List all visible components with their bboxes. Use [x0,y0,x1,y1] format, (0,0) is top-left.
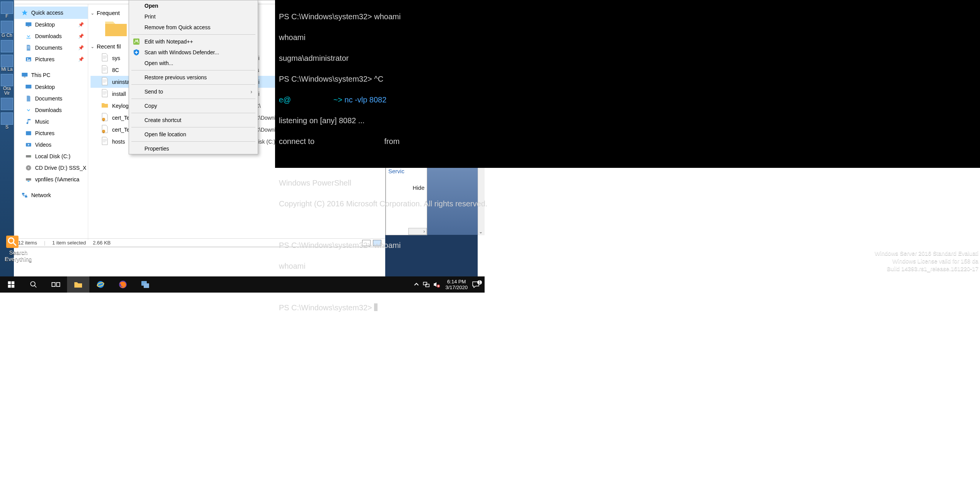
nav-documents[interactable]: Documents 📌 [14,42,88,54]
chevron-down-icon: ⌄ [91,44,94,49]
section-label: Recent fil [97,43,121,50]
context-menu-item[interactable]: Restore previous versions [129,72,258,83]
nav-label: Videos [35,142,52,148]
svg-point-18 [28,167,29,169]
context-menu-item[interactable]: Open file location [129,129,258,140]
svg-rect-36 [103,92,107,92]
context-menu-item[interactable]: Open with... [129,58,258,69]
taskbar-clock[interactable]: 6:14 PM 3/17/2020 [441,279,472,290]
context-menu-item[interactable]: Properties [129,143,258,154]
svg-rect-30 [103,68,107,68]
notification-badge: 1 [477,280,482,285]
pin-icon: 📌 [78,22,84,27]
pc-icon [21,72,28,79]
context-menu-item[interactable]: Copy [129,100,258,111]
desktop-icon[interactable] [1,98,13,110]
frequent-folder[interactable] [104,18,128,38]
nav-network[interactable]: Network [14,189,88,201]
svg-rect-45 [6,236,18,248]
music-icon [25,118,32,125]
svg-point-40 [102,130,105,133]
nav-pc-downloads[interactable]: Downloads [14,104,88,116]
nav-label: This PC [31,72,50,78]
context-menu-separator [131,141,255,142]
nav-quick-access[interactable]: Quick access [14,7,88,19]
desktop-icon-label: S [0,125,14,129]
context-menu-separator [131,34,255,35]
recent-file-name: sys [112,55,120,61]
nav-label: Downloads [35,33,62,39]
context-menu-item[interactable]: Open [129,0,258,11]
desktop-icon[interactable] [1,40,13,52]
desktop-icon[interactable] [1,55,13,67]
context-menu-item[interactable]: Scan with Windows Defender... [129,47,258,58]
svg-rect-34 [103,81,107,81]
svg-line-53 [35,286,37,288]
svg-rect-11 [26,85,32,89]
nav-pc-cddrive[interactable]: CD Drive (D:) SSS_X [14,162,88,174]
desktop-icon[interactable] [1,74,13,86]
taskbar-app[interactable] [134,276,156,293]
context-menu-separator [131,99,255,99]
network-drive-icon [25,176,32,183]
nav-pc-netdrive[interactable]: vpnfiles (\\America [14,174,88,185]
context-menu-label: Print [144,13,156,20]
context-menu-separator [131,70,255,70]
svg-rect-50 [8,285,11,288]
context-menu-label: Scan with Windows Defender... [144,49,219,55]
notifications-button[interactable]: 1 [472,276,485,293]
recent-file-name: hosts [112,139,125,145]
term-line: PS C:\Windows\system32> whoami [279,241,401,249]
context-menu: OpenPrintRemove from Quick accessEdit wi… [129,0,258,154]
nav-pc-localdisk[interactable]: Local Disk (C:) [14,151,88,162]
terminal-window[interactable]: PS C:\Windows\system32> whoami whoami su… [275,0,980,168]
svg-rect-33 [103,80,107,80]
task-view-button[interactable] [45,276,67,293]
nav-label: Desktop [35,84,55,90]
svg-rect-62 [426,284,429,287]
clock-date: 3/17/2020 [445,285,468,290]
search-everything-icon[interactable] [5,235,19,249]
tray-network-icon[interactable] [421,276,431,293]
context-menu-label: Create shortcut [144,117,181,123]
nav-downloads[interactable]: Downloads 📌 [14,30,88,42]
context-menu-item[interactable]: Print [129,11,258,22]
nav-this-pc[interactable]: This PC [14,69,88,81]
chevron-right-icon: › [250,89,252,95]
desktop-icon[interactable] [1,2,13,14]
start-button[interactable] [0,276,22,293]
nav-desktop[interactable]: Desktop 📌 [14,19,88,30]
nav-pictures[interactable]: Pictures 📌 [14,54,88,65]
search-button[interactable] [22,276,45,293]
tray-chevron-up-icon[interactable] [411,276,421,293]
svg-rect-27 [103,56,107,56]
desktop-icon[interactable] [1,112,13,125]
context-menu-separator [131,113,255,113]
nav-pc-pictures[interactable]: Pictures [14,127,88,139]
context-menu-item[interactable]: Send to› [129,86,258,97]
taskbar-ie[interactable] [89,276,112,293]
nav-label: Documents [35,45,62,51]
hide-link[interactable]: Hide [386,182,427,193]
pictures-icon [25,56,32,63]
context-menu-item[interactable]: Remove from Quick access [129,22,258,33]
taskbar-firefox[interactable] [112,276,134,293]
nav-pc-documents[interactable]: Documents [14,93,88,104]
star-icon [21,9,28,16]
scroll-right-button[interactable]: › [408,228,427,235]
term-line: PS C:\Windows\system32> ^C [279,75,383,83]
context-menu-item[interactable]: Edit with Notepad++ [129,36,258,47]
nav-pc-music[interactable]: Music [14,116,88,127]
search-everything-label: SearchEverything [4,249,33,262]
svg-rect-43 [103,142,106,142]
context-menu-item[interactable]: Create shortcut [129,115,258,126]
desktop-icon-label: Ora Vir [0,86,14,95]
desktop-icon[interactable] [1,21,13,33]
term-line [279,220,281,229]
tray-volume-muted-icon[interactable] [431,276,441,293]
svg-rect-20 [28,181,30,182]
recent-file-name: install [112,91,126,97]
taskbar-explorer[interactable] [67,276,89,293]
nav-pc-desktop[interactable]: Desktop [14,81,88,93]
nav-pc-videos[interactable]: Videos [14,139,88,151]
